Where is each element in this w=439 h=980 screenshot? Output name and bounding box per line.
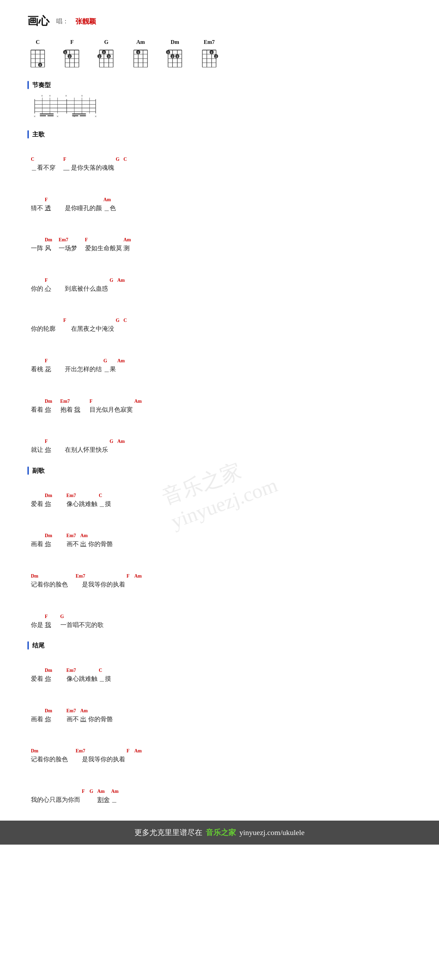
seg: Em7 像心跳难触 <box>67 665 97 686</box>
verse-line-7: 看着 Dm 你 Em7 抱着 我 F 目光似月色寂寞 <box>31 386 412 417</box>
svg-text:2: 2 <box>99 55 101 58</box>
seg <box>53 531 65 551</box>
seg: 你的轮廓 <box>31 315 62 336</box>
outro-line-1: 爱着 Dm 你 Em7 像心跳难触 C ＿摸 <box>31 655 412 686</box>
svg-text:×: × <box>65 95 67 98</box>
seg: 你的骨骼 <box>88 531 113 551</box>
outro-lyrics: 爱着 Dm 你 Em7 像心跳难触 C ＿摸 画着 <box>31 655 412 807</box>
svg-rect-101 <box>72 115 78 116</box>
seg: Am <box>134 396 140 417</box>
seg: Dm 你 <box>45 531 51 551</box>
seg: C ＿摸 <box>99 665 111 686</box>
svg-text:1: 1 <box>211 51 212 54</box>
seg: 爱着 <box>31 665 43 686</box>
seg: F <box>126 746 133 767</box>
footer-suffix: yinyuezj.com/ukulele <box>239 828 305 837</box>
seg: Dm 记着你的脸色 <box>31 571 74 592</box>
seg: 你的 <box>31 275 43 296</box>
svg-text:×: × <box>81 95 83 98</box>
seg: Am 割舍 <box>97 786 110 807</box>
verse-line-3: 一阵 Dm 风 Em7 一场梦 F 爱如生命般莫 Am 测 <box>31 224 412 255</box>
chord-Em7: Em7 1 2 <box>199 39 219 71</box>
seg: Em7 画不 <box>67 531 79 551</box>
seg: Am 出 <box>80 531 86 551</box>
seg: F 目光似月色寂寞 <box>89 396 133 417</box>
seg: C ＿摸 <box>99 490 111 511</box>
seg: 我 <box>74 396 80 417</box>
seg: G ＿果 <box>104 356 116 376</box>
svg-text:×: × <box>57 115 59 118</box>
seg: C ＿看不穿 <box>31 154 62 175</box>
verse-line-6: 看桃 F 花 开出怎样的结 G ＿果 Am <box>31 345 412 376</box>
verse-line-1: C ＿看不穿 F 是你失落的魂魄 G C <box>31 144 412 175</box>
seg: F 透 <box>45 195 51 215</box>
svg-rect-102 <box>80 115 86 116</box>
svg-rect-103 <box>40 113 54 115</box>
section-rhythm-header: 节奏型 <box>27 81 412 89</box>
section-bar <box>27 81 29 89</box>
seg: 画着 <box>31 531 43 551</box>
svg-text:2: 2 <box>40 64 41 67</box>
footer-prefix: 更多尤克里里谱尽在 <box>134 827 202 838</box>
seg: F 你 <box>45 436 51 457</box>
svg-text:×: × <box>95 115 97 118</box>
seg: F 花 <box>45 356 51 376</box>
seg: Em7 画不 <box>67 706 79 726</box>
seg: 是你失落的魂魄 <box>71 154 114 175</box>
singer-name: 张靓颖 <box>75 17 96 26</box>
seg: Dm 记着你的脸色 <box>31 746 74 767</box>
svg-text:1: 1 <box>64 51 66 54</box>
seg: 猜不 <box>31 195 43 215</box>
seg <box>82 396 88 417</box>
seg: 看着 <box>31 396 43 417</box>
seg: C <box>123 315 129 336</box>
svg-rect-100 <box>47 115 54 116</box>
seg: Em7 一场梦 <box>59 235 83 255</box>
seg: Em7 像心跳难触 <box>67 490 97 511</box>
seg: Em7 抱着 <box>61 396 73 417</box>
seg <box>53 665 65 686</box>
seg: G <box>110 275 116 296</box>
verse-line-4: 你的 F 心 到底被什么蛊惑 G Am <box>31 265 412 296</box>
svg-text:1: 1 <box>168 51 169 54</box>
chorus-line-1: 爱着 Dm 你 Em7 像心跳难触 C ＿摸 <box>31 480 412 511</box>
seg: 看桃 <box>31 356 43 376</box>
section-bar-outro <box>27 641 29 649</box>
seg: G <box>110 436 116 457</box>
svg-text:×: × <box>73 115 75 118</box>
seg: Em7 是我等你的执着 <box>76 571 125 592</box>
seg <box>53 611 59 632</box>
seg: 在别人怀里快乐 <box>53 436 108 457</box>
seg: 到底被什么蛊惑 <box>53 275 108 296</box>
seg: Dm 你 <box>45 490 51 511</box>
svg-text:2: 2 <box>69 55 71 58</box>
seg: Am <box>117 356 123 376</box>
section-verse-header: 主歌 <box>27 130 412 138</box>
seg: Em7 是我等你的执着 <box>76 746 125 767</box>
seg: Am ＿色 <box>104 195 116 215</box>
chord-Am: Am 1 <box>130 39 151 71</box>
section-bar-chorus <box>27 466 29 475</box>
section-rhythm-title: 节奏型 <box>32 81 51 89</box>
seg: Am <box>117 275 123 296</box>
section-outro-header: 结尾 <box>27 641 412 649</box>
svg-text:3: 3 <box>177 55 178 58</box>
seg: Dm 你 <box>45 706 51 726</box>
svg-text:1: 1 <box>137 51 139 54</box>
seg: 爱着 <box>31 490 43 511</box>
section-bar-verse <box>27 130 29 138</box>
outro-line-4: 我的心只愿为你而 F G Am 割舍 Am ＿ <box>31 776 412 807</box>
verse-lyrics: C ＿看不穿 F 是你失落的魂魄 G C <box>31 144 412 457</box>
seg: C <box>123 154 129 175</box>
title-row: 画心 唱： 张靓颖 <box>27 14 412 29</box>
footer: 更多尤克里里谱尽在 音乐之家 yinyuezj.com/ukulele <box>0 821 439 845</box>
seg: G 一首唱不完的歌 <box>61 611 104 632</box>
svg-text:2: 2 <box>216 55 217 58</box>
seg: Am <box>134 571 140 592</box>
chord-Dm: Dm 1 2 3 <box>164 39 185 71</box>
section-outro-title: 结尾 <box>32 641 45 649</box>
song-title: 画心 <box>27 14 49 29</box>
seg: F <box>64 154 70 175</box>
seg: Am ＿ <box>111 786 117 807</box>
chord-F: F 2 1 <box>62 39 82 71</box>
